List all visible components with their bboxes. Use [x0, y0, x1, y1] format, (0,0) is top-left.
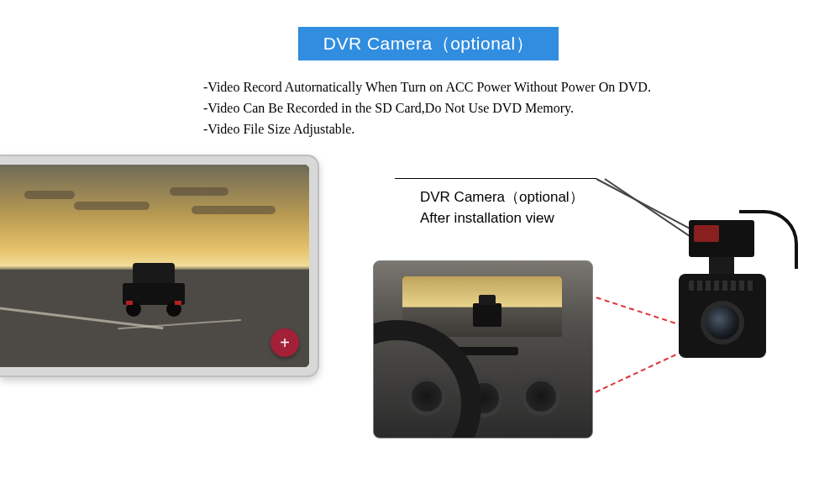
camera-lens	[701, 301, 744, 344]
camera-body	[679, 274, 766, 358]
feature-bullet-3: -Video File Size Adjustable.	[203, 119, 651, 140]
callout-label: DVR Camera（optional） After installation …	[420, 187, 584, 228]
truck-graphic	[118, 258, 190, 317]
feature-description: -Video Record Autornatically When Turn o…	[203, 77, 651, 139]
steering-wheel	[373, 320, 481, 438]
device-screen: +	[0, 165, 309, 367]
add-icon[interactable]: +	[270, 328, 299, 357]
dvr-camera	[672, 220, 773, 375]
pointer-line	[395, 178, 596, 179]
installation-view	[373, 260, 593, 438]
feature-bullet-2: -Video Can Be Recorded in the SD Card,Do…	[203, 98, 651, 119]
clouds	[0, 185, 309, 245]
air-vent	[522, 377, 560, 416]
section-title-text: DVR Camera（optional）	[323, 32, 533, 55]
feature-bullet-1: -Video Record Autornatically When Turn o…	[203, 77, 651, 98]
section-title-bar: DVR Camera（optional）	[298, 27, 559, 60]
callout-line-1: DVR Camera（optional）	[420, 187, 584, 208]
camera-mount	[689, 220, 754, 257]
callout-line-2: After installation view	[420, 208, 584, 229]
device-frame: +	[0, 155, 319, 377]
plus-glyph: +	[280, 333, 290, 353]
